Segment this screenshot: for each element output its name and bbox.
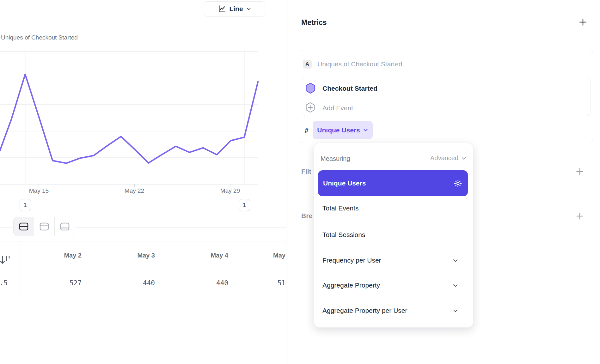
split-rows-icon: [19, 222, 29, 231]
filters-section-label: Filt: [301, 168, 311, 175]
table-cell: 527: [18, 279, 82, 287]
chevron-down-icon: [246, 6, 251, 11]
annotation-badge[interactable]: 1: [239, 199, 250, 211]
advanced-label: Advanced: [430, 155, 458, 162]
breakdown-section-label: Bre: [301, 212, 312, 220]
table-header-cell[interactable]: May 3: [92, 252, 155, 259]
panel-bottom-icon: [60, 222, 70, 231]
layout-table-only-button[interactable]: [54, 217, 75, 236]
dropdown-item-label: Aggregate Property: [322, 282, 452, 289]
event-hexagon-icon: [305, 82, 315, 94]
chevron-down-icon: [461, 155, 467, 161]
dropdown-item-label: Frequency per User: [322, 257, 452, 264]
annotation-badge[interactable]: 1: [20, 199, 31, 211]
table-row-label: 0.5: [0, 279, 8, 287]
layout-toggle: [13, 217, 75, 236]
chart-type-button[interactable]: Line: [204, 1, 265, 16]
x-axis-ticks: [39, 184, 230, 187]
add-filter-button[interactable]: [575, 167, 585, 177]
table-header-cell[interactable]: May 4: [165, 252, 228, 259]
plus-icon: [575, 167, 584, 176]
table-cell: 440: [92, 279, 155, 287]
event-name[interactable]: Checkout Started: [322, 85, 377, 92]
chevron-down-icon: [452, 282, 458, 288]
table-row-divider: [0, 295, 286, 295]
dropdown-item-label: Unique Users: [323, 179, 454, 187]
dropdown-item-selected[interactable]: Unique Users: [318, 170, 468, 196]
dropdown-item[interactable]: Total Sessions: [322, 230, 458, 239]
dropdown-item-label: Total Sessions: [322, 231, 458, 239]
panel-top-icon: [39, 222, 49, 231]
measure-chip-label: Unique Users: [317, 126, 360, 134]
dropdown-item-label: Aggregate Property per User: [322, 307, 452, 314]
add-metric-button[interactable]: [578, 17, 588, 27]
x-tick-label: May 29: [211, 187, 249, 194]
add-event-hexagon-icon[interactable]: [305, 102, 315, 113]
chart-type-label: Line: [229, 5, 243, 13]
panel-divider: [286, 0, 286, 364]
dropdown-item[interactable]: Frequency per User: [322, 256, 458, 265]
event-list: Checkout Started Add Event: [302, 77, 591, 116]
dropdown-item-label: Total Events: [322, 204, 458, 212]
table-header-cell[interactable]: May 2: [18, 252, 82, 259]
plus-icon: [578, 17, 588, 27]
chevron-down-icon: [363, 127, 368, 133]
annotation-gridlines: [25, 50, 244, 184]
dropdown-header: Measuring: [321, 155, 350, 162]
metric-card: A Uniques of Checkout Started Checkout S…: [300, 50, 593, 143]
dropdown-item[interactable]: Aggregate Property per User: [322, 306, 458, 315]
sort-descending-icon[interactable]: [0, 254, 11, 268]
add-event-label[interactable]: Add Event: [322, 104, 353, 112]
table-cell: 51: [222, 279, 285, 287]
chart-title: Uniques of Checkout Started: [1, 34, 78, 41]
metric-label: Uniques of Checkout Started: [317, 60, 402, 68]
chevron-down-icon: [452, 308, 458, 314]
measure-prefix: #: [305, 127, 309, 134]
gear-icon[interactable]: [454, 179, 462, 188]
chevron-down-icon: [452, 258, 458, 264]
layout-split-rows-button[interactable]: [14, 217, 34, 236]
x-tick-label: May 15: [20, 187, 58, 194]
dropdown-item[interactable]: Total Events: [322, 204, 458, 213]
plus-icon: [575, 212, 584, 221]
table-header-cell[interactable]: May: [222, 252, 285, 259]
layout-chart-only-button[interactable]: [34, 217, 54, 236]
metrics-section-title: Metrics: [301, 18, 327, 27]
table-top-border: [0, 241, 286, 241]
table-column-divider: [20, 241, 20, 295]
advanced-toggle[interactable]: Advanced: [430, 155, 467, 162]
add-breakdown-button[interactable]: [575, 211, 585, 221]
dropdown-item[interactable]: Aggregate Property: [322, 281, 458, 290]
x-tick-label: May 22: [115, 187, 153, 194]
measure-chip[interactable]: Unique Users: [313, 121, 373, 139]
series-line: [0, 74, 258, 163]
table-cell: 440: [165, 279, 228, 287]
table-header-divider: [0, 272, 286, 272]
measuring-dropdown: Measuring Advanced Unique Users Total Ev…: [314, 143, 473, 328]
metric-badge: A: [303, 60, 312, 69]
line-chart-icon: [218, 5, 226, 13]
